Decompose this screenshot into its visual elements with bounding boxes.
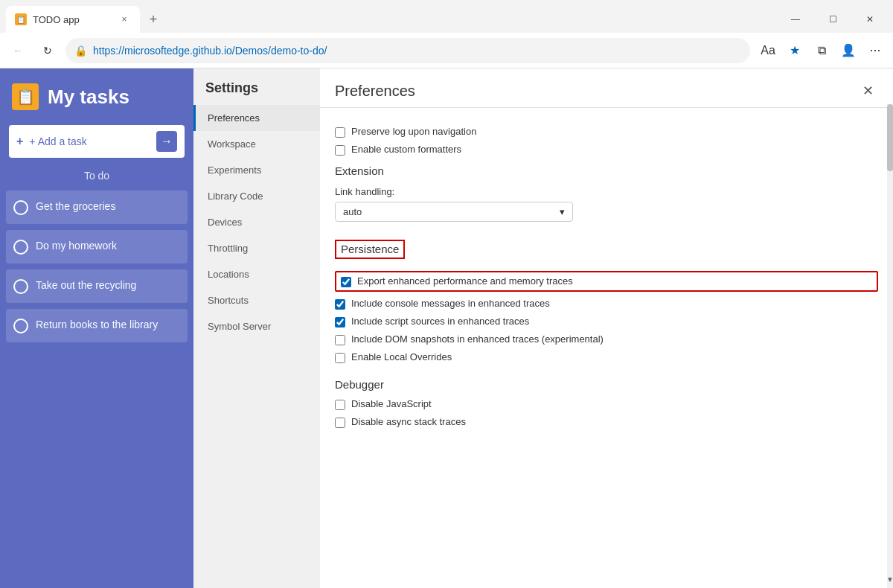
dom-snapshots-checkbox[interactable] <box>335 335 345 345</box>
url-bar[interactable]: 🔒 https://microsoftedge.github.io/Demos/… <box>65 38 750 63</box>
settings-nav-panel: Settings Preferences Workspace Experimen… <box>193 68 320 588</box>
add-icon: + <box>16 135 23 148</box>
extension-section-header: Extension <box>335 164 878 177</box>
custom-formatters-checkbox[interactable] <box>335 145 345 156</box>
preserve-log-label: Preserve log upon navigation <box>351 126 476 137</box>
add-task-bar[interactable]: + + Add a task → <box>9 125 185 158</box>
favorites-icon[interactable]: ★ <box>783 39 807 63</box>
url-prefix: https:// <box>93 45 124 57</box>
task-text-1: Get the groceries <box>36 199 115 214</box>
minimize-button[interactable]: — <box>778 8 813 31</box>
sidebar-item-devices[interactable]: Devices <box>193 209 320 235</box>
back-button[interactable]: ← <box>6 39 30 63</box>
todo-header-icon: 📋 <box>12 83 39 110</box>
link-handling-value: auto <box>343 206 362 217</box>
more-options-icon[interactable]: ··· <box>863 39 887 63</box>
disable-async-checkbox[interactable] <box>335 418 345 428</box>
task-checkbox-1[interactable] <box>13 200 28 215</box>
task-checkbox-4[interactable] <box>13 319 28 333</box>
task-item[interactable]: Do my homework <box>6 230 188 263</box>
tab-favicon: 📋 <box>15 13 27 25</box>
tab-title: TODO app <box>33 14 80 25</box>
scrollbar-thumb[interactable] <box>887 104 893 171</box>
debugger-section-header: Debugger <box>335 378 878 391</box>
setting-row-export-traces: Export enhanced performance and memory t… <box>335 271 878 292</box>
task-checkbox-3[interactable] <box>13 279 28 294</box>
sidebar-item-experiments[interactable]: Experiments <box>193 157 320 183</box>
setting-row-preserve-log: Preserve log upon navigation <box>335 126 878 138</box>
collections-icon[interactable]: ⧉ <box>810 39 833 63</box>
setting-row-local-overrides: Enable Local Overrides <box>335 351 878 363</box>
devtools-body: Preserve log upon navigation Enable cust… <box>320 108 893 588</box>
disable-async-label: Disable async stack traces <box>351 416 466 427</box>
devtools-panel: Preferences ✕ Preserve log upon navigati… <box>320 68 893 588</box>
link-handling-section: Link handling: auto ▾ <box>335 186 878 222</box>
local-overrides-label: Enable Local Overrides <box>351 351 452 362</box>
sidebar-item-preferences[interactable]: Preferences <box>193 105 320 131</box>
task-text-2: Do my homework <box>36 239 117 254</box>
setting-row-custom-formatters: Enable custom formatters <box>335 144 878 156</box>
export-traces-label: Export enhanced performance and memory t… <box>357 275 573 287</box>
setting-row-script-sources: Include script sources in enhanced trace… <box>335 316 878 327</box>
page-content: 📋 My tasks + + Add a task → To do Get th… <box>0 68 893 588</box>
toolbar-icons: Aa ★ ⧉ 👤 ··· <box>756 39 887 63</box>
dom-snapshots-label: Include DOM snapshots in enhanced traces… <box>351 333 604 345</box>
script-sources-label: Include script sources in enhanced trace… <box>351 316 529 327</box>
export-traces-checkbox[interactable] <box>341 277 351 287</box>
console-messages-checkbox[interactable] <box>335 299 345 310</box>
close-window-button[interactable]: ✕ <box>853 8 887 31</box>
task-item[interactable]: Take out the recycling <box>6 269 188 303</box>
todo-header: 📋 My tasks <box>0 68 193 125</box>
address-bar: ← ↻ 🔒 https://microsoftedge.github.io/De… <box>0 33 893 68</box>
dropdown-chevron-icon: ▾ <box>560 206 565 217</box>
devtools-panel-title: Preferences <box>335 83 415 100</box>
add-task-arrow-button[interactable]: → <box>156 131 177 152</box>
local-overrides-checkbox[interactable] <box>335 353 345 363</box>
task-checkbox-2[interactable] <box>13 240 28 255</box>
sidebar-item-workspace[interactable]: Workspace <box>193 131 320 157</box>
lock-icon: 🔒 <box>74 45 87 57</box>
profile-icon[interactable]: 👤 <box>836 39 860 63</box>
task-item[interactable]: Get the groceries <box>6 191 188 224</box>
new-tab-button[interactable]: + <box>143 9 164 30</box>
custom-formatters-label: Enable custom formatters <box>351 144 461 155</box>
task-text-3: Take out the recycling <box>36 278 136 293</box>
add-task-label: + Add a task <box>29 135 150 147</box>
url-text: https://microsoftedge.github.io/Demos/de… <box>93 45 327 57</box>
read-aloud-icon[interactable]: Aa <box>756 39 780 63</box>
setting-row-console-messages: Include console messages in enhanced tra… <box>335 298 878 310</box>
setting-row-disable-js: Disable JavaScript <box>335 398 878 410</box>
link-handling-label: Link handling: <box>335 186 878 197</box>
sidebar-item-library-code[interactable]: Library Code <box>193 183 320 209</box>
settings-title: Settings <box>193 68 320 105</box>
url-path: /Demos/demo-to-do/ <box>232 45 327 57</box>
script-sources-checkbox[interactable] <box>335 317 345 327</box>
disable-js-checkbox[interactable] <box>335 400 345 410</box>
scrollbar-track[interactable]: ▼ <box>887 104 893 588</box>
window-controls: — ☐ ✕ <box>778 8 887 31</box>
scrollbar-down-arrow[interactable]: ▼ <box>887 570 893 588</box>
todo-sidebar: 📋 My tasks + + Add a task → To do Get th… <box>0 68 193 588</box>
sidebar-item-locations[interactable]: Locations <box>193 261 320 287</box>
sidebar-item-symbol-server[interactable]: Symbol Server <box>193 313 320 339</box>
maximize-button[interactable]: ☐ <box>816 8 850 31</box>
sidebar-item-throttling[interactable]: Throttling <box>193 235 320 261</box>
task-item[interactable]: Return books to the library <box>6 309 188 342</box>
console-messages-label: Include console messages in enhanced tra… <box>351 298 550 309</box>
sidebar-item-shortcuts[interactable]: Shortcuts <box>193 287 320 313</box>
devtools-close-button[interactable]: ✕ <box>857 80 878 101</box>
active-tab[interactable]: 📋 TODO app × <box>6 6 140 33</box>
setting-row-disable-async: Disable async stack traces <box>335 416 878 428</box>
todo-section-label: To do <box>0 170 193 182</box>
task-text-4: Return books to the library <box>36 318 158 333</box>
tab-close-button[interactable]: × <box>118 13 131 26</box>
refresh-button[interactable]: ↻ <box>36 39 60 63</box>
preserve-log-checkbox[interactable] <box>335 127 345 138</box>
link-handling-dropdown[interactable]: auto ▾ <box>335 202 573 222</box>
persistence-section-wrapper: Persistence <box>335 240 405 259</box>
setting-row-dom-snapshots: Include DOM snapshots in enhanced traces… <box>335 333 878 345</box>
url-domain: microsoftedge.github.io <box>124 45 232 57</box>
disable-js-label: Disable JavaScript <box>351 398 432 409</box>
devtools-header: Preferences ✕ <box>320 68 893 108</box>
browser-chrome: 📋 TODO app × + — ☐ ✕ ← ↻ 🔒 https://micro… <box>0 0 893 68</box>
